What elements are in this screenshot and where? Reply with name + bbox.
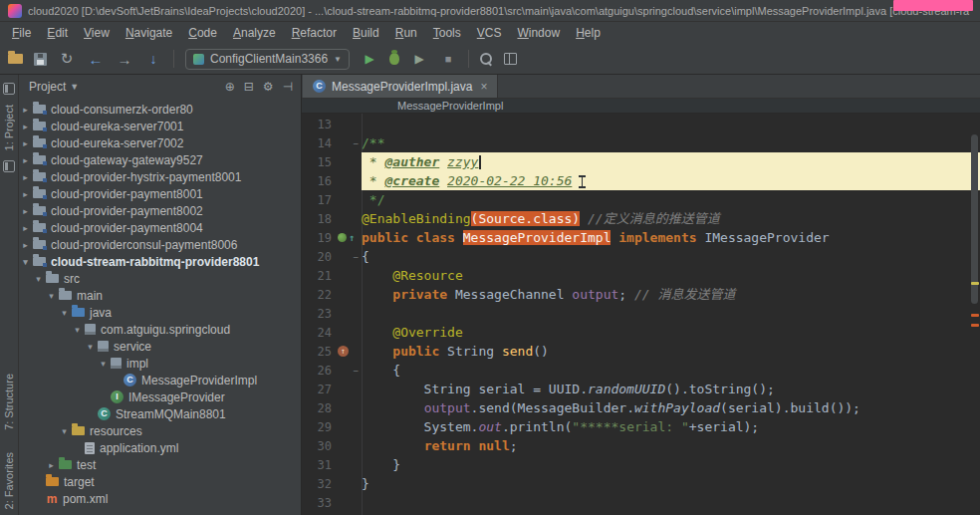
run-icon[interactable]: ▶ [361,50,378,68]
menu-code[interactable]: Code [180,24,225,42]
menu-refactor[interactable]: Refactor [284,24,345,42]
chevron-right-icon[interactable]: ▸ [21,138,30,148]
tree-item-application.yml[interactable]: application.yml [19,439,301,456]
tree-item-cloud-provider-payment8002[interactable]: ▸cloud-provider-payment8002 [19,202,301,219]
back-icon[interactable]: ← [87,50,105,68]
override-icon[interactable]: ↑ [338,346,349,357]
close-icon[interactable]: × [480,80,487,94]
scrollbar-thumb[interactable] [971,134,978,304]
run-configuration-select[interactable]: ConfigClientMain3366 ▼ [185,49,350,70]
fold-icon[interactable]: − [354,366,362,376]
layout-icon[interactable] [504,53,517,65]
spring-bean-icon[interactable] [338,233,347,242]
code-line-16[interactable]: 16 * @create 2020-02-22 10:56 [302,171,980,190]
code-line-30[interactable]: 30 return null; [302,436,980,455]
implement-icon[interactable]: ↑ [349,233,355,243]
tree-item-cloud-consumerzk-order80[interactable]: ▸cloud-consumerzk-order80 [19,101,301,118]
settings-icon[interactable]: ⚙ [263,80,274,94]
hide-icon[interactable]: ⊣ [283,80,293,94]
tree-item-cloud-gateway-gateway9527[interactable]: ▸cloud-gateway-gateway9527 [19,151,301,168]
chevron-right-icon[interactable]: ▸ [21,206,30,216]
code-line-22[interactable]: 22 private MessageChannel output; // 消息发… [302,285,980,304]
chevron-down-icon[interactable]: ▾ [99,359,108,369]
code-line-19[interactable]: 19↑public class MessageProviderImpl impl… [302,228,980,247]
tree-item-cloud-provider-payment8001[interactable]: ▸cloud-provider-payment8001 [19,185,301,202]
code-line-28[interactable]: 28 output.send(MessageBuilder.withPayloa… [302,398,980,417]
chevron-down-icon[interactable]: ▾ [86,342,95,352]
code-line-20[interactable]: 20−{ [302,247,980,266]
code-line-23[interactable]: 23 [302,304,980,323]
collapse-all-icon[interactable]: ⊟ [244,80,254,94]
chevron-right-icon[interactable]: ▸ [21,189,30,199]
tree-item-cloud-provider-hystrix-payment8001[interactable]: ▸cloud-provider-hystrix-payment8001 [19,168,301,185]
tree-item-main[interactable]: ▾main [19,287,301,304]
tree-item-resources[interactable]: ▾resources [19,422,301,439]
chevron-right-icon[interactable]: ▸ [21,122,30,131]
tree-item-cloud-eureka-server7002[interactable]: ▸cloud-eureka-server7002 [19,134,301,151]
tree-item-java[interactable]: ▾java [19,304,301,321]
debug-icon[interactable] [389,53,399,65]
menu-run[interactable]: Run [387,24,425,42]
menu-build[interactable]: Build [345,24,387,42]
tree-item-pom.xml[interactable]: mpom.xml [19,490,301,507]
menu-navigate[interactable]: Navigate [118,24,180,42]
locate-icon[interactable]: ⊕ [225,80,235,94]
tree-item-cloud-eureka-server7001[interactable]: ▸cloud-eureka-server7001 [19,118,301,134]
menu-view[interactable]: View [76,24,118,42]
tree-item-StreamMQMain8801[interactable]: CStreamMQMain8801 [19,405,301,422]
code-line-32[interactable]: 32} [302,474,980,493]
open-folder-icon[interactable] [8,54,23,64]
chevron-right-icon[interactable]: ▸ [21,223,30,233]
menu-help[interactable]: Help [568,24,609,42]
stripe-mark-yellow[interactable] [971,282,979,285]
coverage-icon[interactable]: ▶ [410,50,428,68]
code-area[interactable]: 1314−/**15 * @auther zzyy16 * @create 20… [302,114,980,515]
project-header-title[interactable]: Project [29,80,66,94]
tool-window-icon[interactable] [3,160,15,172]
code-line-18[interactable]: 18@EnableBinding(Source.class) //定义消息的推送… [302,209,980,228]
forward-icon[interactable]: → [116,50,133,68]
tree-item-test[interactable]: ▸test [19,456,301,473]
update-project-icon[interactable]: ↓ [144,50,162,68]
code-line-24[interactable]: 24 @Override [302,323,980,342]
tree-item-target[interactable]: target [19,473,301,490]
find-icon[interactable] [480,53,493,66]
stripe-structure-label[interactable]: 7: Structure [3,374,15,430]
chevron-down-icon[interactable]: ▾ [60,426,69,436]
menu-tools[interactable]: Tools [425,24,469,42]
menu-edit[interactable]: Edit [39,24,76,42]
fold-icon[interactable]: − [354,252,362,262]
code-line-15[interactable]: 15 * @auther zzyy [302,152,980,171]
save-all-icon[interactable] [34,53,47,66]
code-line-14[interactable]: 14−/** [302,133,980,152]
tree-item-service[interactable]: ▾service [19,338,301,355]
menu-analyze[interactable]: Analyze [225,24,284,42]
editor-scrollbar[interactable] [969,115,980,515]
stripe-mark-orange-2[interactable] [971,324,979,327]
chevron-right-icon[interactable]: ▸ [21,172,30,182]
project-tool-window-icon[interactable] [3,83,15,95]
code-line-31[interactable]: 31 } [302,455,980,474]
tree-item-com.atguigu.springcloud[interactable]: ▾com.atguigu.springcloud [19,321,301,338]
stop-icon[interactable]: ■ [439,50,457,68]
chevron-down-icon[interactable]: ▾ [73,325,82,335]
tree-item-cloud-stream-rabbitmq-provider8801[interactable]: ▾cloud-stream-rabbitmq-provider8801 [19,253,301,270]
code-line-25[interactable]: 25↑ public String send() [302,342,980,361]
chevron-down-icon[interactable]: ▾ [60,308,69,318]
tree-item-cloud-providerconsul-payment8006[interactable]: ▸cloud-providerconsul-payment8006 [19,236,301,253]
synchronize-icon[interactable]: ↻ [58,50,76,68]
code-line-17[interactable]: 17 */ [302,190,980,209]
menu-window[interactable]: Window [509,24,568,42]
code-line-27[interactable]: 27 String serial = UUID.randomUUID().toS… [302,380,980,398]
chevron-down-icon[interactable]: ▾ [47,291,56,301]
breadcrumb[interactable]: MessageProviderImpl [397,100,503,112]
tree-item-MessageProviderImpl[interactable]: CMessageProviderImpl [19,372,301,388]
tree-item-IMessageProvider[interactable]: IIMessageProvider [19,388,301,405]
chevron-right-icon[interactable]: ▸ [21,155,30,165]
code-line-26[interactable]: 26− { [302,361,980,380]
fold-icon[interactable]: − [354,138,362,148]
stripe-project-label[interactable]: 1: Project [3,105,15,150]
stripe-favorites-label[interactable]: 2: Favorites [3,452,15,509]
stripe-mark-orange-1[interactable] [971,314,979,317]
chevron-down-icon[interactable]: ▼ [70,82,79,92]
